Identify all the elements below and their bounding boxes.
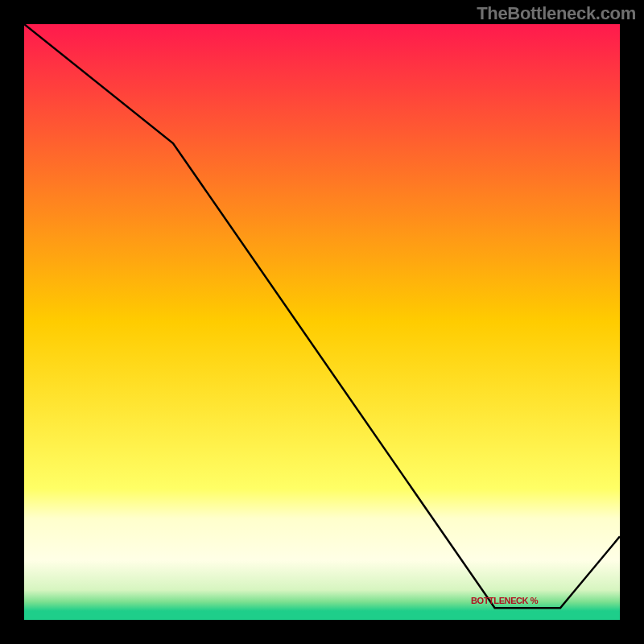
plot-label: BOTTLENECK %	[471, 596, 538, 605]
attribution-text: TheBottleneck.com	[477, 3, 636, 24]
chart-frame: BOTTLENECK %	[24, 24, 620, 620]
chart-background	[24, 24, 620, 620]
chart-plot	[24, 24, 620, 620]
